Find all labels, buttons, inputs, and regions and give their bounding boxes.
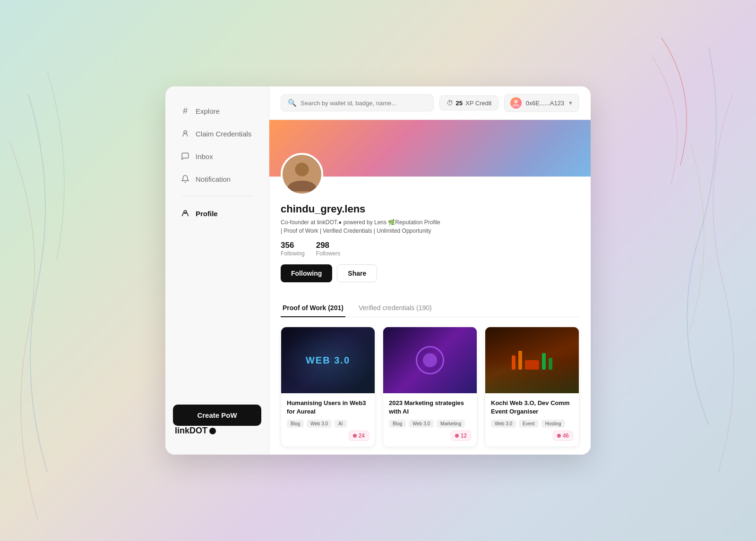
create-pow-button[interactable]: Create PoW xyxy=(173,405,261,426)
profile-header: chindu_grey.lens Co-founder at linkDOT.●… xyxy=(269,177,591,299)
tab-proof-of-work[interactable]: Proof of Work (201) xyxy=(281,299,345,317)
score-value-2: 12 xyxy=(461,432,467,439)
xp-amount: 25 xyxy=(456,100,463,107)
search-icon: 🔍 xyxy=(288,99,297,107)
claim-credentials-icon xyxy=(180,129,190,138)
following-button[interactable]: Following xyxy=(281,264,332,282)
score-value-1: 24 xyxy=(359,432,365,439)
card-score-1: 24 xyxy=(349,431,369,441)
bio-line2: | Proof of Work | Verified Credentials |… xyxy=(281,228,431,234)
card-image-web3: WEB 3.0 xyxy=(281,327,375,393)
tag-blog-1: Blog xyxy=(287,420,304,428)
score-dot-2 xyxy=(455,434,459,438)
sidebar-item-label-explore: Explore xyxy=(196,107,220,115)
wallet-address: 0x6E......A123 xyxy=(525,100,564,107)
score-dot-1 xyxy=(353,434,357,438)
profile-username: chindu_grey.lens xyxy=(281,203,579,215)
sidebar-logo: linkDOT xyxy=(175,426,259,436)
sidebar-item-claim-credentials[interactable]: Claim Credentials xyxy=(173,123,261,144)
card-marketing-ai[interactable]: 2023 Marketing strategies with AI Blog W… xyxy=(383,327,477,447)
xp-icon: ⏱ xyxy=(447,99,453,107)
inbox-icon xyxy=(180,152,190,161)
profile-actions: Following Share xyxy=(281,264,579,282)
profile-area: chindu_grey.lens Co-founder at linkDOT.●… xyxy=(269,120,591,455)
svg-point-2 xyxy=(514,100,518,103)
wallet-avatar xyxy=(510,97,522,109)
chevron-down-icon: ▼ xyxy=(568,100,573,106)
web3-label: WEB 3.0 xyxy=(306,355,350,366)
profile-bio: Co-founder at linkDOT.● powered by Lens … xyxy=(281,218,517,235)
tab-verified-credentials[interactable]: Verified credentials (190) xyxy=(357,299,434,317)
bio-line1: Co-founder at linkDOT.● powered by Lens … xyxy=(281,219,440,226)
stat-followers: 298 Followers xyxy=(316,241,340,257)
tag-ai-1: AI xyxy=(335,420,346,428)
ai-visual xyxy=(416,346,444,374)
sidebar-divider xyxy=(182,196,252,196)
tag-blog-2: Blog xyxy=(389,420,406,428)
sidebar-item-label-notification: Notification xyxy=(196,175,231,183)
profile-info: chindu_grey.lens Co-founder at linkDOT.●… xyxy=(281,177,579,282)
tag-web3-1: Web 3.0 xyxy=(307,420,332,428)
followers-count: 298 xyxy=(316,241,329,250)
app-window: # Explore Claim Credentials Inbox xyxy=(165,86,591,455)
xp-credit-badge: ⏱ 25 XP Credit xyxy=(439,95,499,110)
score-value-3: 46 xyxy=(563,432,569,439)
following-label: Following xyxy=(281,250,305,257)
sidebar-item-profile[interactable]: Profile xyxy=(173,203,261,224)
sidebar-item-inbox[interactable]: Inbox xyxy=(173,146,261,167)
xp-label: XP Credit xyxy=(465,100,491,107)
avatar xyxy=(281,153,323,195)
profile-icon xyxy=(180,209,190,218)
sidebar-item-label-claim: Claim Credentials xyxy=(196,130,251,138)
cards-grid: WEB 3.0 Humanising Users in Web3 for Aur… xyxy=(269,317,591,455)
profile-stats: 356 Following 298 Followers xyxy=(281,241,579,257)
card-kochi-event[interactable]: Kochi Web 3.O, Dev Comm Event Organiser … xyxy=(485,327,579,447)
profile-tabs: Proof of Work (201) Verified credentials… xyxy=(281,299,579,317)
card-tags-row-3: Web 3.0 Event Hosting 46 xyxy=(491,420,573,441)
share-button[interactable]: Share xyxy=(337,264,377,282)
sidebar-item-label-inbox: Inbox xyxy=(196,152,213,161)
svg-point-4 xyxy=(295,162,309,176)
sidebar-item-label-profile: Profile xyxy=(196,210,218,218)
card-score-2: 12 xyxy=(451,431,471,441)
profile-avatar-wrap xyxy=(281,153,323,195)
tag-event-3: Event xyxy=(519,420,539,428)
followers-label: Followers xyxy=(316,250,340,257)
sidebar-nav: # Explore Claim Credentials Inbox xyxy=(165,101,269,397)
search-bar[interactable]: 🔍 xyxy=(281,94,434,111)
event-stage-visual xyxy=(512,351,552,370)
card-tags-row-1: Blog Web 3.0 AI 24 xyxy=(287,420,369,441)
card-score-3: 46 xyxy=(553,431,573,441)
tag-hosting-3: Hosting xyxy=(541,420,565,428)
card-title-3: Kochi Web 3.O, Dev Comm Event Organiser xyxy=(491,399,573,416)
notification-icon xyxy=(180,174,190,184)
tag-marketing-2: Marketing xyxy=(437,420,465,428)
card-body-3: Kochi Web 3.O, Dev Comm Event Organiser … xyxy=(485,393,579,447)
card-title-2: 2023 Marketing strategies with AI xyxy=(389,399,471,416)
card-image-ai xyxy=(383,327,477,393)
tag-web3-3: Web 3.0 xyxy=(491,420,516,428)
following-count: 356 xyxy=(281,241,294,250)
sidebar-item-explore[interactable]: # Explore xyxy=(173,101,261,121)
wallet-badge[interactable]: 0x6E......A123 ▼ xyxy=(504,94,579,112)
search-input[interactable] xyxy=(301,100,427,107)
logo-dot xyxy=(209,428,216,434)
card-body-1: Humanising Users in Web3 for Aureal Blog… xyxy=(281,393,375,447)
card-title-1: Humanising Users in Web3 for Aureal xyxy=(287,399,369,416)
card-image-event xyxy=(485,327,579,393)
top-bar: 🔍 ⏱ 25 XP Credit 0x6E......A123 ▼ xyxy=(269,86,591,120)
card-humanising-web3[interactable]: WEB 3.0 Humanising Users in Web3 for Aur… xyxy=(281,327,375,447)
card-tags-row-2: Blog Web 3.0 Marketing 12 xyxy=(389,420,471,441)
stat-following: 356 Following xyxy=(281,241,305,257)
main-content: 🔍 ⏱ 25 XP Credit 0x6E......A123 ▼ xyxy=(269,86,591,455)
explore-icon: # xyxy=(180,106,190,116)
sidebar-item-notification[interactable]: Notification xyxy=(173,169,261,189)
score-dot-3 xyxy=(557,434,561,438)
svg-point-0 xyxy=(184,131,187,134)
card-body-2: 2023 Marketing strategies with AI Blog W… xyxy=(383,393,477,447)
tag-web3-2: Web 3.0 xyxy=(409,420,434,428)
logo-text: linkDOT xyxy=(175,426,207,436)
sidebar: # Explore Claim Credentials Inbox xyxy=(165,86,269,455)
